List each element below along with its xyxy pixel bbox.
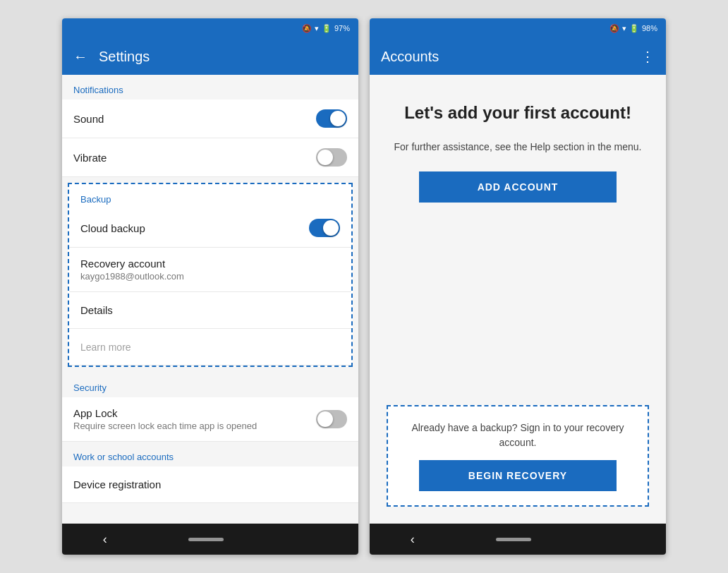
begin-recovery-button[interactable]: BEGIN RECOVERY [419,460,617,491]
status-bar-right: 🔕 ▾ 🔋 98% [370,18,666,38]
vibrate-label: Vibrate [73,152,107,164]
mute-icon-right: 🔕 [609,24,619,33]
recovery-account-label: Recovery account [80,258,340,270]
details-item[interactable]: Details [69,292,351,329]
accounts-app-bar: Accounts ⋮ [370,38,666,75]
notifications-section: Notifications Sound Vibrate [62,75,358,177]
accounts-phone: 🔕 ▾ 🔋 98% Accounts ⋮ Let's add your firs… [370,18,666,555]
recovery-account-text: Recovery account kaygo1988@outlook.com [80,258,340,282]
bottom-nav-right: ‹ [370,524,666,555]
security-section: Security App Lock Require screen lock ea… [62,373,358,442]
home-indicator-right[interactable] [496,538,531,541]
learn-more-label: Learn more [80,342,131,353]
app-lock-item[interactable]: App Lock Require screen lock each time a… [62,397,358,442]
accounts-title: Accounts [381,49,629,65]
details-label: Details [80,304,113,316]
add-account-button[interactable]: ADD ACCOUNT [419,171,617,203]
recovery-box-text: Already have a backup? Sign in to your r… [402,421,633,450]
recovery-dashed-box: Already have a backup? Sign in to your r… [387,405,649,507]
device-registration-label: Device registration [73,478,161,490]
wifi-icon-right: ▾ [622,24,626,33]
learn-more-item[interactable]: Learn more [69,329,351,366]
cloud-backup-item[interactable]: Cloud backup [69,209,351,248]
recovery-account-email: kaygo1988@outlook.com [80,271,340,282]
work-school-section: Work or school accounts Device registrat… [62,442,358,503]
app-lock-sublabel: Require screen lock each time app is ope… [73,421,316,431]
settings-phone: 🔕 ▾ 🔋 97% ← Settings Notifications Sound… [62,18,358,555]
sound-item[interactable]: Sound [62,99,358,138]
app-lock-label: App Lock [73,407,316,419]
settings-app-bar: ← Settings [62,38,358,75]
home-indicator-left[interactable] [188,538,224,541]
vibrate-toggle[interactable] [316,148,347,167]
battery-percent-left: 97% [334,24,350,32]
mute-icon: 🔕 [302,24,312,33]
back-button[interactable]: ← [73,49,87,65]
app-lock-text: App Lock Require screen lock each time a… [73,407,316,431]
sound-label: Sound [73,113,104,125]
settings-content: Notifications Sound Vibrate Backup Cloud… [62,75,358,524]
security-header: Security [62,373,358,397]
back-nav-left[interactable]: ‹ [103,532,107,547]
add-account-title: Let's add your first account! [404,103,631,123]
device-registration-item[interactable]: Device registration [62,466,358,503]
add-account-subtitle: For further assistance, see the Help sec… [394,140,642,155]
battery-icon: 🔋 [322,24,332,33]
cloud-backup-label: Cloud backup [80,222,145,234]
settings-title: Settings [99,49,347,65]
battery-percent-right: 98% [642,24,657,32]
cloud-backup-toggle[interactable] [309,219,340,237]
accounts-content: Let's add your first account! For furthe… [370,75,666,524]
back-nav-right[interactable]: ‹ [411,532,415,547]
sound-toggle[interactable] [316,109,347,128]
status-icons-left: 🔕 ▾ 🔋 97% [302,24,350,33]
bottom-nav-left: ‹ [62,524,358,555]
recovery-account-item[interactable]: Recovery account kaygo1988@outlook.com [69,248,351,292]
app-lock-toggle[interactable] [316,410,347,428]
backup-header: Backup [69,184,351,209]
status-icons-right: 🔕 ▾ 🔋 98% [609,24,657,33]
backup-dashed-section: Backup Cloud backup Recovery account kay… [68,183,353,367]
status-bar-left: 🔕 ▾ 🔋 97% [62,18,358,38]
wifi-icon: ▾ [315,24,319,33]
vibrate-item[interactable]: Vibrate [62,138,358,177]
battery-icon-right: 🔋 [629,24,639,33]
more-button[interactable]: ⋮ [641,48,655,65]
work-school-header: Work or school accounts [62,442,358,466]
notifications-header: Notifications [62,75,358,99]
